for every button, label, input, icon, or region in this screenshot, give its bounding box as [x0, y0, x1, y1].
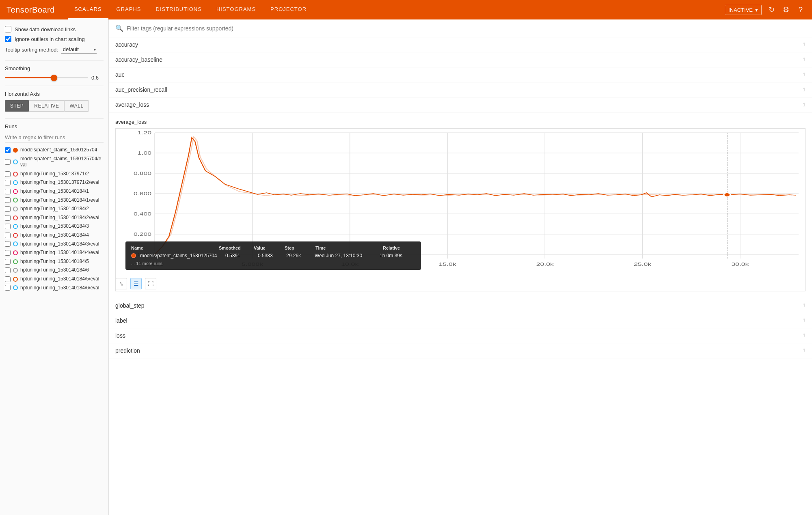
run-checkbox[interactable]: [5, 189, 11, 194]
run-checkbox[interactable]: [5, 197, 11, 203]
main-layout: Show data download links Ignore outliers…: [0, 19, 812, 515]
run-checkbox[interactable]: [5, 159, 11, 165]
svg-text:1.20: 1.20: [138, 130, 151, 135]
nav-scalars[interactable]: SCALARS: [68, 0, 108, 19]
run-checkbox[interactable]: [5, 206, 11, 212]
run-item[interactable]: hptuning/Tuning_1530140184/4/eval: [5, 248, 104, 257]
tooltip-col-name-header: Name: [131, 246, 212, 250]
tag-row-loss[interactable]: loss 1: [109, 328, 812, 343]
tooltip-sorting-select[interactable]: default descending ascending nearest: [61, 45, 97, 54]
run-checkbox[interactable]: [5, 233, 11, 238]
tag-name: auc: [115, 71, 803, 78]
axis-relative-button[interactable]: RELATIVE: [29, 100, 64, 112]
run-color-circle: [13, 198, 18, 203]
run-item[interactable]: models/patent_claims_1530125704/eval: [5, 155, 104, 170]
run-item[interactable]: hptuning/Tuning_1530137971/2/eval: [5, 178, 104, 187]
run-checkbox[interactable]: [5, 285, 11, 291]
tooltip-run-name: models/patent_claims_1530125704: [140, 253, 221, 259]
tooltip-dot: [131, 253, 136, 258]
tag-count: 1: [803, 348, 806, 353]
divider-3: [5, 118, 104, 119]
run-checkbox[interactable]: [5, 276, 11, 282]
run-item[interactable]: hptuning/Tuning_1530140184/4: [5, 231, 104, 240]
tag-row-global-step[interactable]: global_step 1: [109, 298, 812, 313]
run-item[interactable]: hptuning/Tuning_1530140184/2: [5, 205, 104, 213]
tag-row-accuracy[interactable]: accuracy 1: [109, 37, 812, 52]
expand-chart-button[interactable]: ⤡: [116, 278, 127, 289]
tag-row-prediction[interactable]: prediction 1: [109, 343, 812, 358]
run-item[interactable]: hptuning/Tuning_1530140184/3: [5, 222, 104, 231]
run-label: hptuning/Tuning_1530140184/2/eval: [20, 215, 99, 221]
nav-distributions[interactable]: DISTRIBUTIONS: [149, 0, 208, 19]
run-color-circle: [13, 180, 18, 185]
settings-icon[interactable]: ⚙: [781, 5, 791, 15]
ignore-outliers-label[interactable]: Ignore outliers in chart scaling: [15, 36, 85, 42]
show-download-label[interactable]: Show data download links: [15, 26, 76, 32]
run-color-circle: [13, 259, 18, 264]
run-checkbox[interactable]: [5, 171, 11, 177]
fullscreen-chart-button[interactable]: ⛶: [145, 278, 156, 289]
run-item[interactable]: hptuning/Tuning_1530140184/6/eval: [5, 284, 104, 293]
run-item[interactable]: hptuning/Tuning_1530140184/5: [5, 257, 104, 266]
refresh-icon[interactable]: ↻: [767, 5, 776, 15]
runs-filter-input[interactable]: [5, 133, 104, 142]
axis-wall-button[interactable]: WALL: [64, 100, 89, 112]
tooltip-col-value-header: Value: [254, 246, 278, 250]
run-color-circle: [13, 148, 18, 153]
list-chart-button[interactable]: ☰: [130, 278, 142, 289]
tag-row-label[interactable]: label 1: [109, 313, 812, 328]
run-item[interactable]: hptuning/Tuning_1530140184/1/eval: [5, 196, 104, 205]
svg-text:0.400: 0.400: [134, 211, 151, 216]
tooltip-col-smoothed-header: Smoothed: [219, 246, 247, 250]
run-item[interactable]: hptuning/Tuning_1530140184/3/eval: [5, 240, 104, 249]
tag-name: label: [115, 317, 803, 324]
run-label: hptuning/Tuning_1530140184/3/eval: [20, 241, 99, 248]
run-checkbox[interactable]: [5, 224, 11, 229]
tag-name: global_step: [115, 302, 803, 309]
help-icon[interactable]: ?: [796, 5, 806, 15]
run-item[interactable]: hptuning/Tuning_1530137971/2: [5, 170, 104, 179]
tag-row-auc[interactable]: auc 1: [109, 67, 812, 82]
fullscreen-icon: ⛶: [148, 280, 153, 287]
list-icon: ☰: [134, 280, 139, 287]
run-item[interactable]: hptuning/Tuning_1530140184/1: [5, 187, 104, 196]
show-download-checkbox[interactable]: [5, 26, 11, 32]
run-item[interactable]: models/patent_claims_1530125704: [5, 146, 104, 155]
chart-toolbar: ⤡ ☰ ⛶: [116, 275, 805, 291]
tag-row-auc-precision-recall[interactable]: auc_precision_recall 1: [109, 82, 812, 97]
run-checkbox[interactable]: [5, 259, 11, 265]
filter-tags-input[interactable]: [127, 25, 806, 32]
run-checkbox[interactable]: [5, 267, 11, 273]
main-nav: SCALARS GRAPHS DISTRIBUTIONS HISTOGRAMS …: [68, 0, 715, 19]
ignore-outliers-row: Ignore outliers in chart scaling: [5, 36, 104, 42]
run-checkbox[interactable]: [5, 147, 11, 153]
tooltip-relative: 1h 0m 39s: [380, 253, 412, 259]
axis-buttons: STEP RELATIVE WALL: [5, 100, 104, 112]
divider-1: [5, 60, 104, 60]
tag-row-accuracy-baseline[interactable]: accuracy_baseline 1: [109, 52, 812, 67]
smoothing-slider[interactable]: [5, 77, 88, 78]
run-checkbox[interactable]: [5, 241, 11, 247]
run-color-circle: [13, 285, 18, 290]
nav-histograms[interactable]: HISTOGRAMS: [210, 0, 262, 19]
run-item[interactable]: hptuning/Tuning_1530140184/5/eval: [5, 275, 104, 284]
tag-name: accuracy_baseline: [115, 56, 803, 63]
axis-step-button[interactable]: STEP: [5, 100, 29, 112]
tooltip-select-wrapper[interactable]: default descending ascending nearest: [61, 45, 97, 54]
run-checkbox[interactable]: [5, 180, 11, 185]
run-checkbox[interactable]: [5, 250, 11, 256]
divider-2: [5, 86, 104, 86]
run-item[interactable]: hptuning/Tuning_1530140184/2/eval: [5, 213, 104, 222]
nav-graphs[interactable]: GRAPHS: [110, 0, 148, 19]
status-dropdown[interactable]: INACTIVE ▾: [725, 5, 762, 15]
run-item[interactable]: hptuning/Tuning_1530140184/6: [5, 266, 104, 275]
ignore-outliers-checkbox[interactable]: [5, 36, 11, 42]
run-label: hptuning/Tuning_1530137971/2/eval: [20, 179, 99, 186]
run-checkbox[interactable]: [5, 215, 11, 221]
tag-row-average-loss[interactable]: average_loss 1: [109, 97, 812, 112]
run-label: hptuning/Tuning_1530140184/1: [20, 188, 89, 195]
tag-count: 1: [803, 303, 806, 308]
options-section: Show data download links Ignore outliers…: [5, 26, 104, 54]
show-download-row: Show data download links: [5, 26, 104, 32]
nav-projector[interactable]: PROJECTOR: [264, 0, 313, 19]
